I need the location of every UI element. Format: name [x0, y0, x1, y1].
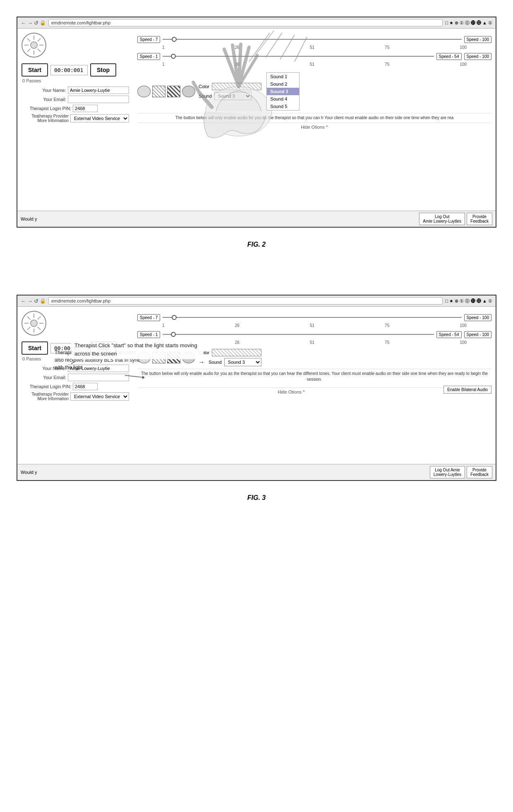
slider1-track-fig2[interactable]	[163, 35, 461, 43]
reload-icon-fig3[interactable]: ↺	[34, 298, 38, 304]
speed-badge-left-2-fig2: Speed - 1	[137, 53, 160, 60]
name-label-fig2: Your Name:	[22, 88, 66, 93]
fig2-label: FIG. 2	[8, 236, 505, 253]
svg-line-27	[27, 317, 30, 320]
back-arrow[interactable]: ←	[21, 20, 26, 26]
logo-sun	[22, 33, 46, 58]
provider-select-fig3[interactable]: External Video Service	[70, 392, 129, 401]
lock-icon: 🔒	[40, 20, 46, 26]
color-row-fig3: Color	[199, 349, 261, 356]
sound-option-1[interactable]: Sound 1	[267, 73, 299, 80]
provider-select-fig2[interactable]: External Video Service	[70, 114, 129, 123]
bottom-bar-fig2: Would y Log Out Amie Lowery-Luytles Prov…	[17, 211, 496, 227]
sound-dropdown-fig2: Sound 1 Sound 2 Sound 3 Sound 4 Sound 5	[266, 72, 300, 111]
sun-icon-fig3	[24, 313, 44, 334]
speed-badge-right-1-fig2: Speed - 100	[464, 36, 492, 43]
browser-right-icons: □ ★ ⊕ ① ⓪ ⓫ ⓬ ▲ ①	[445, 20, 492, 26]
start-button-fig3[interactable]: Start	[22, 341, 48, 355]
fig3-content: Therapist Click "start" so that the ligh…	[17, 307, 496, 464]
pin-row-fig2: Therapist Login PIN:	[22, 105, 129, 112]
logout-button-fig3[interactable]: Log Out Amie Lowery-Luytles	[430, 466, 465, 478]
url-bar-fig3[interactable]: emdrremote.com/lightbar.php	[48, 297, 443, 305]
speed-badge-mid-2-fig2: Speed - 54	[436, 53, 462, 60]
slider1-row-fig3: Speed - 7 Speed - 100	[137, 313, 491, 322]
start-button-fig2[interactable]: Start	[22, 63, 48, 77]
fig2-left-panel: Start 00:00:001 Stop 0 Passes Your Name:…	[17, 29, 133, 211]
annotation-top-text-fig3: Therapist Click "start" so that the ligh…	[74, 342, 197, 357]
color-sound-labels-fig3: Color → Sound Sound 3	[199, 349, 261, 366]
svg-line-6	[38, 49, 41, 52]
color-bar-fig3[interactable]	[212, 349, 261, 356]
timer-display-fig2: 00:00:001	[50, 65, 88, 75]
forward-arrow[interactable]: →	[27, 20, 33, 26]
forward-arrow-fig3[interactable]: →	[27, 298, 33, 304]
browser-bar-fig3: ← → ↺ 🔒 emdrremote.com/lightbar.php □ ★ …	[17, 295, 496, 307]
pin-input-fig2[interactable]	[73, 105, 98, 112]
browser-menu-icons: □ ★ ⊕ ① ⓪ ⓫ ⓬ ▲ ①	[445, 20, 492, 26]
bottom-bar-text-fig2: Would y	[21, 216, 417, 221]
figure-2-container: ← → ↺ 🔒 emdrremote.com/lightbar.php □ ★ …	[17, 17, 496, 228]
feedback-button-fig2[interactable]: Provide Feedback	[467, 213, 492, 225]
provider-row-fig2: Teatherapy Provider More Information Ext…	[22, 114, 129, 123]
browser-bar-fig2: ← → ↺ 🔒 emdrremote.com/lightbar.php □ ★ …	[17, 17, 496, 29]
sound-row-fig3: → Sound Sound 3	[199, 358, 261, 366]
svg-line-16	[193, 82, 199, 93]
reload-icon[interactable]: ↺	[34, 20, 38, 26]
provider-label-fig2: Teatherapy Provider More Information	[22, 114, 69, 123]
slider2-track-fig3[interactable]	[163, 330, 434, 339]
pin-row-fig3: Therapist Login PIN:	[22, 383, 129, 390]
svg-line-29	[38, 317, 41, 320]
logout-button-fig2[interactable]: Log Out Amie Lowery-Luytles	[419, 213, 465, 225]
bilateral-audio-button-fig3[interactable]: Enable Bilateral Audio	[443, 386, 491, 394]
url-bar-fig2[interactable]: emdrremote.com/lightbar.php	[48, 19, 443, 26]
fig2-right-panel: Speed - 7 Speed - 100 1 26 51 75	[133, 29, 496, 211]
back-arrow-fig3[interactable]: ←	[21, 298, 26, 304]
sound-select-fig3[interactable]: Sound 3	[224, 358, 261, 366]
slider2-row-fig2: Speed - 1 Speed - 54 Speed - 100	[137, 52, 491, 60]
name-row-fig2: Your Name:	[22, 86, 129, 94]
slider2-track-fig2[interactable]	[163, 52, 434, 60]
email-row-fig2: Your Email:	[22, 96, 129, 103]
email-input-fig2[interactable]	[68, 96, 129, 103]
hatched-color-icon-1[interactable]	[152, 86, 165, 97]
hide-options-fig3[interactable]: Hide Otions ^	[137, 387, 491, 396]
sound-label-fig3: Sound	[209, 360, 222, 365]
svg-point-22	[31, 320, 37, 327]
annotation-top-fig3: Therapist Click "start" so that the ligh…	[71, 340, 204, 376]
svg-line-8	[27, 49, 30, 52]
speed-badge-right-2-fig3: Speed - 100	[464, 331, 492, 338]
bottom-bar-text-fig3: Would y	[21, 470, 428, 475]
speed-badge-left-1-fig2: Speed - 7	[137, 36, 160, 43]
slider1-row-fig2: Speed - 7 Speed - 100	[137, 35, 491, 43]
nav-icons-fig3: ← → ↺ 🔒	[21, 298, 46, 304]
stop-button-fig2[interactable]: Stop	[90, 63, 116, 77]
slider1-track-fig3[interactable]	[163, 313, 461, 322]
email-label-fig2: Your Email:	[22, 97, 66, 102]
provider-label-fig3: Teatherapy Provider More Information	[22, 392, 69, 401]
feedback-button-fig3[interactable]: Provide Feedback	[467, 466, 492, 478]
sound-option-3[interactable]: Sound 3	[267, 88, 299, 95]
svg-line-7	[38, 38, 41, 41]
fig3-left-panel: Therapist Click "start" so that the ligh…	[17, 307, 133, 464]
sound-option-2[interactable]: Sound 2	[267, 80, 299, 88]
lock-icon-fig3: 🔒	[40, 298, 46, 304]
nav-icons: ← → ↺ 🔒	[21, 20, 46, 26]
svg-line-28	[38, 327, 41, 330]
pin-input-fig3[interactable]	[73, 383, 98, 390]
fig2-content: Start 00:00:001 Stop 0 Passes Your Name:…	[17, 29, 496, 211]
sound-option-4[interactable]: Sound 4	[267, 95, 299, 103]
passes-text-fig2: 0 Passes	[22, 78, 129, 83]
fig3-label: FIG. 3	[8, 489, 505, 507]
speed-badge-right-1-fig3: Speed - 100	[464, 314, 492, 321]
slider1-numbers-fig3: 1 26 51 75 100	[137, 323, 491, 328]
svg-point-0	[31, 42, 37, 48]
slider2-row-fig3: Speed - 1 Speed - 54 Speed - 100	[137, 330, 491, 339]
pin-label-fig3: Therapist Login PIN:	[22, 384, 71, 389]
provider-row-fig3: Teatherapy Provider More Information Ext…	[22, 392, 129, 401]
sound-option-5[interactable]: Sound 5	[267, 103, 299, 110]
fig3-right-panel: Speed - 7 Speed - 100 1 26 51 75	[133, 307, 496, 464]
name-input-fig2[interactable]	[68, 86, 129, 94]
browser-right-icons-fig3: □ ★ ⊕ ① ⓪ ⓫ ⓬ ▲ ①	[445, 298, 492, 304]
circle-color-icon[interactable]	[137, 86, 151, 97]
svg-marker-33	[142, 376, 145, 379]
